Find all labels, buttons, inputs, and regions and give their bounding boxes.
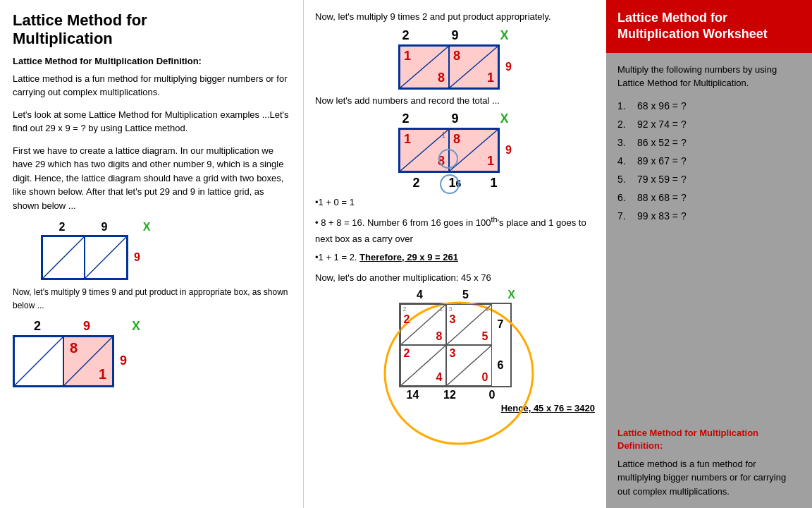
empty-lattice: 2 9 X 9 — [41, 221, 290, 280]
bullet3: •1 + 1 = 2. Therefore, 29 x 9 = 261 — [315, 250, 595, 265]
row-label-9-empty: 9 — [134, 251, 140, 264]
bullet2: • 8 + 8 = 16. Number 6 from 16 goes in 1… — [315, 213, 595, 247]
mid2-cell-18: 1 8 1 — [400, 129, 449, 171]
page-title: Lattice Method for Multiplication — [13, 11, 290, 49]
worksheet-header: Lattice Method for Multiplication Worksh… — [606, 0, 812, 53]
definition-title: Lattice Method for Multiplication Defini… — [13, 56, 290, 66]
worksheet-body: Multiply the following numbers by using … — [606, 53, 812, 420]
problem-5: 5.79 x 59 = ? — [617, 174, 801, 185]
section3-text: Now, let's do another multiplication: 45… — [315, 271, 595, 285]
problem-7: 7.99 x 83 = ? — [617, 210, 801, 222]
filled-grid: 8 1 — [13, 335, 114, 387]
row-label-9-filled: 9 — [120, 353, 127, 368]
big-lattice: 4 5 X 21 2 8 — [315, 289, 595, 413]
problem-4: 4.89 x 67 = ? — [617, 155, 801, 167]
mid-grid-1: 2 9 X 1 8 8 1 9 — [315, 28, 595, 90]
right-panel: Lattice Method for Multiplication Worksh… — [606, 0, 812, 508]
left-panel: Lattice Method for Multiplication Lattic… — [0, 0, 303, 508]
definition-text: Lattice method is a fun method for multi… — [13, 72, 290, 99]
big-cell-30: 3 0 — [446, 345, 492, 386]
problem-2: 2.92 x 74 = ? — [617, 119, 801, 130]
examples-text: Let's look at some Lattice Method for Mu… — [13, 108, 290, 135]
grid-description: First we have to create a lattice diagra… — [13, 144, 290, 213]
problem-6: 6.88 x 68 = ? — [617, 192, 801, 203]
big-cell-24: 2 4 — [400, 345, 446, 386]
footer-title: Lattice Method for Multiplication Defini… — [617, 427, 801, 452]
problem-1: 1.68 x 96 = ? — [617, 100, 801, 111]
mid-cell-18: 1 8 — [400, 46, 449, 88]
cell-empty-2 — [85, 236, 127, 279]
section1-text: Now, let's multiply 9 times 2 and put pr… — [315, 10, 595, 24]
empty-grid — [41, 235, 128, 280]
svg-line-0 — [43, 237, 84, 278]
cell-empty-left — [14, 337, 63, 386]
section2-text: Now let's add numbers and record the tot… — [315, 94, 595, 108]
cell-empty-1 — [42, 236, 85, 279]
mid-grid-2: 2 9 X 1 8 1 8 1 — [315, 111, 595, 190]
big-cell-35: 31 3 5 — [446, 304, 492, 345]
multiply-desc: Now, let's multiply 9 times 9 and put pr… — [13, 286, 290, 313]
mid-row-lbl-9: 9 — [505, 61, 512, 73]
mid-cell-81: 8 1 — [449, 46, 498, 88]
svg-line-2 — [15, 337, 63, 385]
problem-3: 3.86 x 52 = ? — [617, 137, 801, 148]
hence-text: Hence, 45 x 76 = 3420 — [315, 403, 595, 413]
bullet1: •1 + 0 = 1 — [315, 195, 595, 210]
big-cell-28: 21 2 8 — [400, 304, 446, 345]
cell-81: 8 1 — [63, 337, 113, 386]
footer-text: Lattice method is a fun method for multi… — [617, 457, 801, 499]
problem-list: 1.68 x 96 = ? 2.92 x 74 = ? 3.86 x 52 = … — [617, 100, 801, 222]
filled-lattice: 2 9 X 8 1 9 — [13, 319, 290, 387]
mid2-cell-81: 8 1 — [449, 129, 498, 171]
worksheet-footer: Lattice Method for Multiplication Defini… — [606, 420, 812, 508]
mid2-row-lbl-9: 9 — [505, 144, 512, 157]
svg-line-1 — [85, 237, 126, 278]
worksheet-intro: Multiply the following numbers by using … — [617, 63, 801, 90]
middle-panel: Now, let's multiply 9 times 2 and put pr… — [303, 0, 606, 508]
